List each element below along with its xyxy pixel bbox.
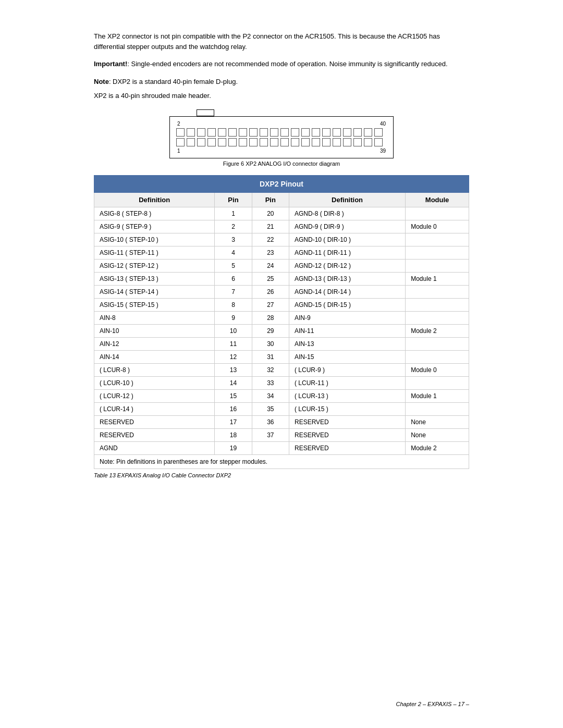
cell-def1: ASIG-9 ( STEP-9 ) bbox=[94, 220, 215, 233]
cell-pin1: 1 bbox=[215, 207, 252, 220]
table-row: ( LCUR-10 ) 14 33 ( LCUR-11 ) bbox=[94, 376, 469, 389]
pin bbox=[228, 128, 237, 137]
pin bbox=[270, 138, 278, 146]
pin bbox=[280, 138, 289, 146]
cell-module: Module 1 bbox=[406, 389, 469, 402]
cell-pin1: 19 bbox=[215, 441, 252, 454]
cell-def2: AGND-11 ( DIR-11 ) bbox=[289, 246, 405, 259]
cell-pin1: 17 bbox=[215, 415, 252, 428]
pin bbox=[374, 128, 383, 137]
table-row: ASIG-15 ( STEP-15 ) 8 27 AGND-15 ( DIR-1… bbox=[94, 298, 469, 311]
cell-pin2: 25 bbox=[252, 272, 289, 285]
pin bbox=[301, 138, 310, 146]
cell-pin2: 28 bbox=[252, 311, 289, 324]
pin bbox=[343, 138, 351, 146]
col-header-pin2: Pin bbox=[252, 192, 289, 207]
cell-module: Module 2 bbox=[406, 324, 469, 337]
pin bbox=[343, 128, 351, 137]
cell-pin2 bbox=[252, 441, 289, 454]
table-row: RESERVED 17 36 RESERVED None bbox=[94, 415, 469, 428]
pin bbox=[187, 138, 195, 146]
cell-def1: ( LCUR-8 ) bbox=[94, 363, 215, 376]
pin bbox=[197, 138, 205, 146]
table-row: ASIG-14 ( STEP-14 ) 7 26 AGND-14 ( DIR-1… bbox=[94, 285, 469, 298]
cell-def2: AGND-14 ( DIR-14 ) bbox=[289, 285, 405, 298]
note1-text: : DXP2 is a standard 40-pin female D-plu… bbox=[109, 78, 238, 85]
table-note: Note: Pin definitions in parentheses are… bbox=[94, 454, 469, 468]
cell-def2: AGND-9 ( DIR-9 ) bbox=[289, 220, 405, 233]
pin bbox=[207, 128, 216, 137]
pin bbox=[291, 138, 299, 146]
cell-pin2: 35 bbox=[252, 402, 289, 415]
cell-pin2: 37 bbox=[252, 428, 289, 441]
pin bbox=[312, 128, 320, 137]
pin bbox=[301, 128, 310, 137]
pin bbox=[218, 138, 226, 146]
table-row: AIN-10 10 29 AIN-11 Module 2 bbox=[94, 324, 469, 337]
table-row: AIN-12 11 30 AIN-13 bbox=[94, 337, 469, 350]
connector-tab bbox=[197, 109, 214, 116]
cell-pin2: 33 bbox=[252, 376, 289, 389]
connector-bottom-row bbox=[176, 138, 387, 146]
cell-def2: AIN-15 bbox=[289, 350, 405, 363]
cell-def2: AGND-13 ( DIR-13 ) bbox=[289, 272, 405, 285]
cell-def1: ( LCUR-12 ) bbox=[94, 389, 215, 402]
cell-def2: AIN-11 bbox=[289, 324, 405, 337]
cell-def2: ( LCUR-15 ) bbox=[289, 402, 405, 415]
cell-module bbox=[406, 402, 469, 415]
note1-label: Note bbox=[94, 78, 109, 85]
table-row: ASIG-11 ( STEP-11 ) 4 23 AGND-11 ( DIR-1… bbox=[94, 246, 469, 259]
pin bbox=[291, 128, 299, 137]
pin bbox=[322, 128, 331, 137]
xp2-paragraph: XP2 is a 40-pin shrouded male header. bbox=[94, 91, 469, 101]
cell-module: Module 1 bbox=[406, 272, 469, 285]
table-row: AIN-8 9 28 AIN-9 bbox=[94, 311, 469, 324]
cell-def1: ASIG-10 ( STEP-10 ) bbox=[94, 233, 215, 246]
cell-pin1: 5 bbox=[215, 259, 252, 272]
cell-pin2: 24 bbox=[252, 259, 289, 272]
pin bbox=[364, 138, 372, 146]
cell-pin1: 14 bbox=[215, 376, 252, 389]
pin bbox=[322, 138, 331, 146]
table-row: ASIG-8 ( STEP-8 ) 1 20 AGND-8 ( DIR-8 ) bbox=[94, 207, 469, 220]
cell-def2: ( LCUR-13 ) bbox=[289, 389, 405, 402]
cell-module bbox=[406, 337, 469, 350]
cell-pin1: 9 bbox=[215, 311, 252, 324]
col-header-def2: Definition bbox=[289, 192, 405, 207]
cell-module bbox=[406, 233, 469, 246]
table-row: ( LCUR-14 ) 16 35 ( LCUR-15 ) bbox=[94, 402, 469, 415]
col-header-def1: Definition bbox=[94, 192, 215, 207]
cell-def1: RESERVED bbox=[94, 428, 215, 441]
cell-def1: ASIG-8 ( STEP-8 ) bbox=[94, 207, 215, 220]
cell-module: Module 2 bbox=[406, 441, 469, 454]
cell-pin2: 36 bbox=[252, 415, 289, 428]
pin bbox=[333, 128, 341, 137]
important-text: : Single-ended encoders are not recommen… bbox=[127, 60, 447, 68]
cell-module: Module 0 bbox=[406, 363, 469, 376]
pin bbox=[364, 128, 372, 137]
pin bbox=[270, 128, 278, 137]
cell-pin1: 18 bbox=[215, 428, 252, 441]
cell-pin2: 29 bbox=[252, 324, 289, 337]
cell-def1: ASIG-15 ( STEP-15 ) bbox=[94, 298, 215, 311]
intro-paragraph: The XP2 connector is not pin compatible … bbox=[94, 31, 469, 52]
figure-caption-text: Figure 6 XP2 ANALOG I/O connector diagra… bbox=[223, 161, 340, 167]
cell-def1: RESERVED bbox=[94, 415, 215, 428]
pin bbox=[207, 138, 216, 146]
important-paragraph: Important!: Single-ended encoders are no… bbox=[94, 59, 469, 69]
cell-pin2: 21 bbox=[252, 220, 289, 233]
cell-def2: AGND-12 ( DIR-12 ) bbox=[289, 259, 405, 272]
pin bbox=[249, 138, 258, 146]
pin bbox=[353, 138, 362, 146]
cell-def1: AGND bbox=[94, 441, 215, 454]
intro-text: The XP2 connector is not pin compatible … bbox=[94, 32, 440, 51]
cell-pin1: 10 bbox=[215, 324, 252, 337]
pin bbox=[228, 138, 237, 146]
cell-def2: AGND-10 ( DIR-10 ) bbox=[289, 233, 405, 246]
pin bbox=[187, 128, 195, 137]
xp2-text: XP2 is a 40-pin shrouded male header. bbox=[94, 92, 211, 100]
cell-pin2: 26 bbox=[252, 285, 289, 298]
table-row: AGND 19 RESERVED Module 2 bbox=[94, 441, 469, 454]
cell-def2: RESERVED bbox=[289, 441, 405, 454]
cell-def1: ( LCUR-10 ) bbox=[94, 376, 215, 389]
